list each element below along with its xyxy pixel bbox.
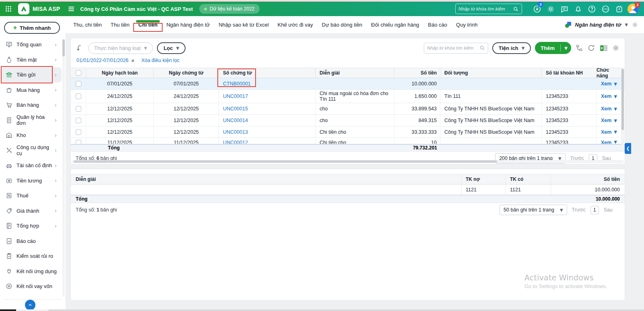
tab-doi-chieu-ngan-hang[interactable]: Đối chiếu ngân hàng — [367, 16, 423, 33]
sidebar-scrollbar-thumb[interactable] — [62, 39, 65, 56]
accounting-data-badge[interactable]: Dữ liệu kế toán 2022 — [199, 4, 259, 14]
col-header-dien-giai[interactable]: Diễn giải — [320, 70, 340, 76]
table-horizontal-scrollbar-track[interactable] — [72, 160, 624, 163]
add-dropdown-toggle[interactable]: ▼ — [561, 46, 571, 50]
tab-bao-cao[interactable]: Báo cáo — [423, 16, 452, 33]
document-link[interactable]: UNC00015 — [223, 106, 248, 112]
panel-collapse-button[interactable]: ❮ — [625, 143, 631, 154]
col-header-doi-tuong[interactable]: Đối tượng — [444, 70, 468, 76]
document-link[interactable]: CTNB00001 — [223, 81, 251, 87]
view-action-link[interactable]: Xem — [601, 140, 611, 144]
row-checkbox[interactable] — [76, 93, 81, 99]
view-action-link[interactable]: Xem — [601, 129, 611, 135]
sidebar-item-ket-noi-ung-dung[interactable]: Kết nối ứng dụng — [2, 264, 62, 279]
col-header-so-chung-tu[interactable]: Số chứng từ — [223, 70, 252, 76]
remove-filter-icon[interactable]: × — [131, 58, 134, 64]
tab-thu-tien[interactable]: Thu tiền — [106, 16, 134, 33]
sidebar-item-ban-hang[interactable]: Bán hàng › — [2, 97, 62, 113]
add-button[interactable]: Thêm ▼ — [535, 42, 571, 54]
sidebar-item-gia-thanh[interactable]: Giá thành › — [2, 203, 62, 219]
col-header-so-tien[interactable]: Số tiền — [604, 176, 620, 182]
row-checkbox[interactable] — [76, 118, 81, 123]
col-header-tk-co[interactable]: TK có — [510, 176, 523, 182]
filter-button[interactable]: Lọc ▼ — [157, 42, 186, 54]
detail-row[interactable]: 1121 1121 10.000.000 — [71, 185, 625, 195]
sidebar-collapse-button[interactable] — [25, 300, 35, 310]
refresh-icon[interactable] — [587, 44, 595, 52]
table-vertical-scrollbar-thumb[interactable] — [621, 69, 624, 130]
col-header-ngay-hach-toan[interactable]: Ngày hạch toán — [102, 70, 138, 76]
ebank-selector[interactable]: Ngân hàng điện tử ▼ — [565, 21, 638, 28]
page-size-select[interactable]: 50 bản ghi trên 1 trang ▼ — [500, 205, 567, 215]
workflow-icon[interactable] — [575, 44, 583, 52]
settings-icon[interactable] — [544, 2, 557, 16]
clear-filters-link[interactable]: Xóa điều kiện lọc — [141, 58, 180, 63]
date-range-chip[interactable]: 01/01/2022-07/01/2026 — [76, 58, 128, 63]
excel-export-icon[interactable] — [599, 44, 608, 52]
table-row[interactable]: 11/12/2025 11/12/2025 UNC00012 Chi tiền … — [71, 138, 625, 144]
search-icon[interactable] — [513, 6, 519, 12]
col-header-dien-giai[interactable]: Diễn giải — [76, 176, 96, 182]
select-all-checkbox[interactable] — [76, 70, 81, 76]
view-action-link[interactable]: Xem — [601, 93, 611, 99]
tab-quy-trinh[interactable]: Quy trình — [452, 16, 482, 33]
current-page-box[interactable]: 1 — [590, 206, 599, 214]
misa-logo[interactable] — [18, 3, 29, 15]
more-options-icon[interactable] — [599, 2, 612, 16]
caret-down-icon[interactable]: ▼ — [614, 130, 617, 134]
grid-search[interactable] — [424, 43, 488, 54]
tab-nhap-sao-ke[interactable]: Nhập sao kê từ Excel — [214, 16, 273, 33]
caret-down-icon[interactable]: ▼ — [614, 118, 617, 123]
feedback-icon[interactable] — [557, 2, 571, 16]
guide-book-icon[interactable] — [612, 2, 626, 16]
sidebar-item-tien-luong[interactable]: Tiền lương › — [2, 173, 62, 189]
document-link[interactable]: UNC00012 — [223, 140, 248, 144]
document-link[interactable]: UNC00013 — [223, 129, 248, 135]
sidebar-item-kiem-soat-rui-ro[interactable]: Kiểm soát rủi ro — [2, 249, 62, 264]
col-header-so-tien[interactable]: Số tiền — [421, 70, 437, 76]
tab-du-bao-dong-tien[interactable]: Dự báo dòng tiền — [318, 16, 367, 33]
sidebar-item-tong-hop[interactable]: Tổng hợp › — [2, 218, 62, 234]
caret-down-icon[interactable]: ▼ — [614, 140, 617, 144]
sidebar-item-cong-cu-dung-cu[interactable]: Công cụ dụng cụ › — [2, 143, 62, 158]
utilities-button[interactable]: Tiện ích ▼ — [492, 42, 531, 54]
sidebar-item-thue[interactable]: Thuế › — [2, 188, 62, 203]
row-checkbox[interactable] — [76, 81, 81, 87]
prev-page-button[interactable]: Trước — [572, 207, 586, 213]
col-header-tk-no[interactable]: TK nợ — [466, 176, 480, 182]
global-search[interactable] — [455, 4, 522, 14]
tab-khe-uoc-di-vay[interactable]: Khế ước đi vay — [273, 16, 318, 33]
view-action-link[interactable]: Xem — [601, 106, 611, 112]
sidebar-item-tong-quan[interactable]: Tổng quan › — [2, 37, 62, 52]
table-row[interactable]: 12/12/2025 12/12/2025 UNC00015 cho 33.89… — [71, 103, 625, 115]
tab-ngan-hang-dien-tu[interactable]: Ngân hàng điện tử — [162, 16, 214, 33]
view-action-link[interactable]: Xem — [601, 118, 611, 123]
company-name[interactable]: Công ty Cổ Phần Cảm xúc Việt - QC ASP Te… — [80, 6, 193, 12]
table-row[interactable]: 07/01/2025 07/01/2025 CTNB00001 10.000.0… — [71, 78, 625, 90]
row-checkbox[interactable] — [76, 106, 81, 112]
downloads-button[interactable]: 3 — [530, 2, 544, 16]
col-header-so-tai-khoan[interactable]: Số tài khoản NH — [546, 70, 583, 76]
scroll-to-bottom-icon[interactable] — [76, 44, 83, 52]
user-avatar[interactable]: 2 — [627, 4, 638, 15]
table-row[interactable]: 12/12/2025 12/12/2025 UNC00014 cho 849.3… — [71, 115, 625, 126]
grid-settings-icon[interactable] — [612, 44, 620, 52]
sidebar-item-bao-cao[interactable]: Báo cáo — [2, 234, 62, 249]
notifications-bell-icon[interactable] — [571, 2, 585, 16]
batch-action-button[interactable]: Thực hiện hàng loạt ▼ — [88, 42, 153, 54]
sidebar-item-tien-gui[interactable]: Tiền gửi › — [2, 67, 62, 83]
quick-add-button[interactable]: + Thêm nhanh — [4, 22, 60, 34]
sidebar-item-quan-ly-hoa-don[interactable]: Quản lý hóa đơn › — [2, 113, 62, 128]
view-action-link[interactable]: Xem — [601, 81, 611, 87]
apps-grid-icon[interactable] — [4, 5, 13, 12]
document-link[interactable]: UNC00014 — [223, 118, 248, 123]
document-link[interactable]: UNC00017 — [223, 93, 248, 99]
row-checkbox[interactable] — [76, 140, 81, 144]
caret-down-icon[interactable]: ▼ — [614, 107, 617, 111]
grid-search-input[interactable] — [427, 46, 479, 50]
table-row[interactable]: 12/12/2025 12/12/2025 UNC00013 Chi tiền … — [71, 126, 625, 138]
sidebar-item-kho[interactable]: Kho › — [2, 128, 62, 143]
tab-thu-chi-tien[interactable]: Thu, chi tiền — [69, 16, 106, 33]
col-header-ngay-chung-tu[interactable]: Ngày chứng từ — [169, 70, 203, 76]
sidebar-item-mua-hang[interactable]: Mua hàng › — [2, 83, 62, 98]
